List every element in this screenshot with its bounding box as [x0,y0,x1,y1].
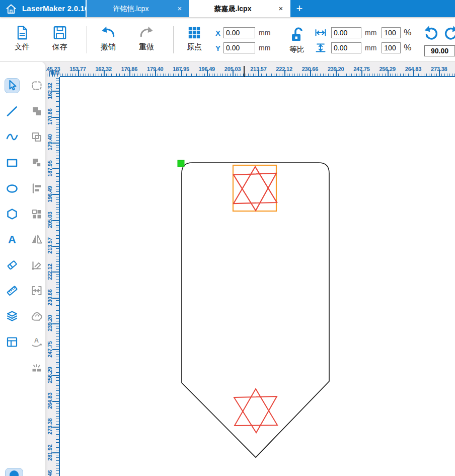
ruler-tick [86,74,86,77]
ruler-tick [56,150,59,151]
ruler-tick [302,74,303,77]
v-ruler-label: 281.92 [47,440,53,465]
rotate-ccw-button[interactable] [423,25,439,41]
proportional-lock-button[interactable]: 等比 [285,25,309,56]
height-input[interactable] [331,42,361,53]
help-button[interactable] [5,468,23,476]
curve-icon [6,130,19,144]
width-percent-input[interactable] [382,27,401,38]
ruler-tick [129,70,130,77]
width-input[interactable] [331,27,361,38]
ruler-tick [361,70,362,77]
ruler-tick [403,74,404,77]
ruler-tick [70,74,70,77]
mirror-tool[interactable] [29,232,44,247]
ruler-tick [158,74,158,77]
ruler-tick [52,375,59,376]
h-ruler-label: 264.83 [400,66,426,72]
node-edit-tool[interactable] [29,78,44,93]
weld-tool[interactable] [29,309,44,324]
eraser-tool[interactable] [5,257,20,273]
ruler-tick [56,127,59,127]
ruler-tick [122,74,122,77]
ruler-tick [56,235,59,236]
spacing-tool[interactable] [29,283,44,298]
angle-measure-tool[interactable] [29,257,44,273]
green-anchor-handle[interactable] [178,160,184,167]
x-position-row: X mm [215,27,270,38]
file-button[interactable]: 文件 [10,25,34,56]
ruler-tick [56,344,59,345]
select-tool[interactable] [5,78,20,93]
selection-box[interactable] [233,165,276,211]
subtract-icon [30,156,43,169]
ruler-tick [269,74,269,77]
group-tool[interactable] [29,207,44,222]
ruler-tick [261,74,262,77]
ruler-tick [56,210,59,210]
tab-caijiasheng[interactable]: 蔡嘉晟.lcpx × [189,0,290,17]
ruler-tick [398,74,398,77]
undo-button[interactable]: 撤销 [96,25,120,56]
ruler-tick [56,189,59,189]
ruler-tick [56,398,59,398]
hexagram-star-top[interactable] [234,167,277,211]
hexagram-star-bottom[interactable] [234,389,277,433]
rotate-cw-button[interactable] [443,25,455,41]
ruler-tick [56,419,59,419]
table-tool[interactable] [5,334,20,350]
x-input[interactable] [223,27,255,38]
weld-union-tool[interactable] [29,104,44,119]
align-tool[interactable] [29,181,44,196]
home-icon [5,3,17,15]
ruler-tick [161,74,161,77]
ruler-tick [449,74,450,77]
redo-button[interactable]: 重做 [134,25,159,56]
ruler-tick [191,74,192,77]
rotate-angle-input[interactable] [424,45,455,56]
ruler-tick [96,74,96,77]
rectangle-tool[interactable] [5,155,20,170]
ruler-tick [434,74,434,77]
ruler-tick [374,74,375,77]
ruler-tick [256,74,256,77]
new-tab-button[interactable]: + [293,1,306,16]
ruler-tick [56,261,59,262]
tab-close-icon[interactable]: × [276,4,285,14]
drawing-canvas[interactable] [60,77,455,476]
ruler-tick [344,74,344,77]
y-input[interactable] [223,42,255,53]
line-tool[interactable] [5,104,20,119]
height-percent-input[interactable] [382,42,401,53]
text-path-tool[interactable]: A [29,334,44,350]
ruler-tick [56,372,59,373]
polygon-tool[interactable] [5,207,20,222]
align-icon [30,182,43,195]
ellipse-icon [6,182,19,195]
tab-xumingkai[interactable]: 许铭恺.lcpx × [87,0,189,17]
origin-button[interactable]: 原点 [182,25,206,56]
pennant-outline[interactable] [182,163,329,457]
ruler-tick [56,181,59,182]
combine-tool[interactable] [29,129,44,145]
ruler-tick [56,280,59,280]
home-button[interactable] [5,3,17,14]
subtract-tool[interactable] [29,155,44,170]
save-button[interactable]: 保存 [48,25,72,56]
help-icon [10,470,19,476]
ruler-tick [56,380,59,381]
layers-tool[interactable] [5,309,20,324]
break-apart-tool[interactable] [29,360,44,375]
ruler-tick [56,383,59,383]
h-ruler-label: 256.29 [374,66,401,72]
v-ruler-label: 162.32 [47,78,53,103]
ruler-tool[interactable] [5,283,20,298]
ruler-tick [60,74,60,77]
ruler-tick [421,74,421,77]
tab-close-icon[interactable]: × [175,4,184,14]
curve-tool[interactable] [5,129,20,145]
ruler-tick [56,429,59,430]
text-tool[interactable]: A [5,232,20,247]
height-percent-sign: % [404,43,411,53]
ellipse-tool[interactable] [5,181,20,196]
